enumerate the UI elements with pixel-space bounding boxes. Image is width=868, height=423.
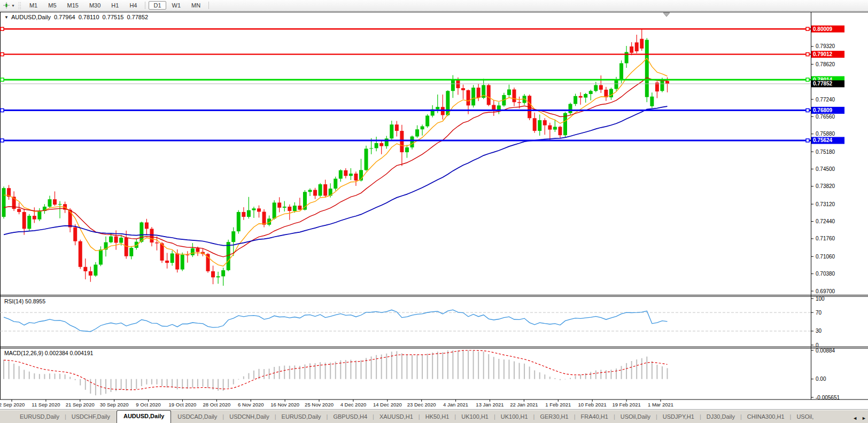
pane-borders bbox=[0, 12, 868, 400]
tab-dj30-daily-15[interactable]: DJ30,Daily bbox=[702, 411, 740, 423]
tab-usdcnh-daily-4[interactable]: USDCNH,Daily bbox=[224, 411, 274, 423]
date-axis[interactable]: 2 Sep 202011 Sep 202021 Sep 202030 Sep 2… bbox=[0, 400, 673, 408]
chart-cursor-icon bbox=[3, 2, 10, 9]
svg-text:14 Dec 2020: 14 Dec 2020 bbox=[373, 402, 402, 408]
tab-fra40-h1-12[interactable]: FRA40,H1 bbox=[576, 411, 613, 423]
ma-line-fast bbox=[4, 58, 668, 266]
svg-text:11 Sep 2020: 11 Sep 2020 bbox=[32, 402, 60, 408]
timeframe-button-H1[interactable]: H1 bbox=[106, 1, 123, 10]
svg-text:16 Nov 2020: 16 Nov 2020 bbox=[270, 402, 299, 408]
svg-text:0.70380: 0.70380 bbox=[816, 271, 835, 277]
svg-text:0.77240: 0.77240 bbox=[816, 97, 835, 103]
timeframe-button-W1[interactable]: W1 bbox=[167, 1, 186, 10]
ohlc-low: 0.77515 bbox=[103, 14, 124, 20]
svg-text:0.71760: 0.71760 bbox=[816, 236, 835, 241]
tab-uk100-h1-9[interactable]: UK100,H1 bbox=[456, 411, 493, 423]
candlestick-layer bbox=[2, 29, 670, 286]
chart-cursor-tool[interactable]: ▼ bbox=[0, 2, 17, 9]
tab-eurusd-daily-5[interactable]: EURUSD,Daily bbox=[277, 411, 326, 423]
macd-indicator-label: MACD(12,26,9) 0.002384 0.004191 bbox=[4, 350, 93, 356]
timeframe-button-MN[interactable]: MN bbox=[187, 1, 205, 10]
tab-hk50-h1-8[interactable]: HK50,H1 bbox=[421, 411, 454, 423]
svg-text:0.79012: 0.79012 bbox=[813, 51, 833, 57]
svg-text:0.75880: 0.75880 bbox=[816, 131, 835, 137]
svg-text:25 Nov 2020: 25 Nov 2020 bbox=[305, 402, 334, 408]
svg-text:100: 100 bbox=[816, 296, 825, 302]
svg-text:0.78620: 0.78620 bbox=[816, 61, 835, 67]
ohlc-open: 0.77964 bbox=[54, 14, 75, 20]
symbol-tabbar: EURUSD,Daily|USDCHF,DailyAUDUSD,DailyUSD… bbox=[0, 409, 868, 423]
svg-text:4 Dec 2020: 4 Dec 2020 bbox=[340, 402, 367, 408]
tab-xauusd-h1-7[interactable]: XAUUSD,H1 bbox=[375, 411, 418, 423]
tab-usdjpy-h1-14[interactable]: USDJPY,H1 bbox=[658, 411, 699, 423]
svg-text:4 Jan 2021: 4 Jan 2021 bbox=[443, 402, 468, 408]
shift-end-marker[interactable] bbox=[663, 13, 670, 17]
ohlc-close: 0.77852 bbox=[127, 14, 148, 20]
svg-text:19 Oct 2020: 19 Oct 2020 bbox=[169, 402, 197, 408]
svg-text:9 Oct 2020: 9 Oct 2020 bbox=[136, 402, 160, 408]
svg-text:0.77852: 0.77852 bbox=[813, 81, 833, 87]
tab-audusd-daily-2[interactable]: AUDUSD,Daily bbox=[117, 410, 171, 423]
svg-text:0.71060: 0.71060 bbox=[816, 254, 835, 260]
svg-text:6 Nov 2020: 6 Nov 2020 bbox=[238, 402, 264, 408]
svg-text:0.73820: 0.73820 bbox=[816, 183, 835, 189]
timeframe-button-H4[interactable]: H4 bbox=[125, 1, 142, 10]
chart-header[interactable]: ▼ AUDUSD,Daily 0.77964 0.78110 0.77515 0… bbox=[4, 14, 148, 20]
svg-text:0.73120: 0.73120 bbox=[816, 201, 835, 207]
svg-text:30: 30 bbox=[816, 328, 822, 334]
svg-text:21 Sep 2020: 21 Sep 2020 bbox=[66, 402, 95, 408]
svg-text:0.79320: 0.79320 bbox=[816, 43, 835, 49]
rsi-line bbox=[4, 310, 668, 332]
ohlc-high: 0.78110 bbox=[79, 14, 99, 20]
timeframe-buttons: M1M5M15M30H1H4D1W1MN bbox=[24, 1, 212, 10]
timeframe-button-M30[interactable]: M30 bbox=[84, 1, 105, 10]
timeframe-button-M15[interactable]: M15 bbox=[63, 1, 83, 10]
tab-gbpusd-h4-6[interactable]: GBPUSD,H4 bbox=[328, 411, 372, 423]
timeframe-button-M1[interactable]: M1 bbox=[25, 1, 42, 10]
svg-text:0.69700: 0.69700 bbox=[816, 288, 835, 294]
timeframe-button-M5[interactable]: M5 bbox=[43, 1, 61, 10]
tabs-scroll-right-button[interactable]: ► bbox=[862, 416, 866, 421]
svg-text:23 Dec 2020: 23 Dec 2020 bbox=[407, 402, 436, 408]
top-toolbar: ▼ M1M5M15M30H1H4D1W1MN bbox=[0, 0, 868, 11]
svg-text:13 Jan 2021: 13 Jan 2021 bbox=[476, 402, 503, 408]
svg-text:-0.005651: -0.005651 bbox=[816, 395, 840, 401]
tab-usoil-daily-13[interactable]: USOil,Daily bbox=[616, 411, 655, 423]
macd-pane: 0.008840.00-0.005651 bbox=[4, 348, 840, 401]
toolbar-separator bbox=[208, 2, 209, 9]
svg-text:0.00884: 0.00884 bbox=[816, 348, 835, 354]
tab-uk100-h1-10[interactable]: UK100,H1 bbox=[496, 411, 533, 423]
chevron-down-icon: ▼ bbox=[11, 4, 15, 7]
svg-text:0.72440: 0.72440 bbox=[816, 218, 835, 224]
main-chart-svg[interactable]: 0.800090.790120.780140.768090.756240.778… bbox=[0, 0, 868, 423]
collapse-icon[interactable]: ▼ bbox=[4, 15, 9, 20]
svg-text:0.76560: 0.76560 bbox=[816, 114, 835, 120]
tabs-scroll-left-button[interactable]: ◄ bbox=[852, 416, 857, 421]
toolbar-separator bbox=[145, 2, 145, 9]
svg-text:10 Feb 2021: 10 Feb 2021 bbox=[578, 402, 607, 408]
symbol-title: AUDUSD,Daily bbox=[11, 14, 51, 20]
rsi-indicator-label: RSI(14) 50.8955 bbox=[4, 298, 45, 304]
tab-usdcad-daily-3[interactable]: USDCAD,Daily bbox=[173, 411, 222, 423]
symbol-tabs: EURUSD,Daily|USDCHF,DailyAUDUSD,DailyUSD… bbox=[0, 410, 843, 423]
moving-average-lines bbox=[4, 58, 668, 266]
tab-usoil--17[interactable]: USOil, bbox=[792, 411, 818, 423]
svg-text:1 Mar 2021: 1 Mar 2021 bbox=[648, 402, 673, 408]
svg-text:0.75180: 0.75180 bbox=[816, 149, 835, 155]
ma-line-medium bbox=[4, 77, 668, 256]
svg-text:19 Feb 2021: 19 Feb 2021 bbox=[612, 402, 640, 408]
ma-line-slow bbox=[4, 106, 668, 246]
tab-ger30-h1-11[interactable]: GER30,H1 bbox=[535, 411, 573, 423]
svg-text:0.80009: 0.80009 bbox=[813, 26, 833, 32]
toolbar-grip[interactable] bbox=[18, 2, 21, 9]
tab-usdchf-daily-1[interactable]: USDCHF,Daily bbox=[67, 411, 115, 423]
svg-text:0.75624: 0.75624 bbox=[813, 137, 833, 143]
svg-text:70: 70 bbox=[816, 310, 822, 316]
svg-text:2 Sep 2020: 2 Sep 2020 bbox=[0, 402, 25, 408]
svg-text:0.76809: 0.76809 bbox=[813, 107, 833, 113]
timeframe-button-D1[interactable]: D1 bbox=[149, 1, 166, 10]
svg-text:30 Sep 2020: 30 Sep 2020 bbox=[100, 402, 129, 408]
tab-china300-h1-16[interactable]: CHINA300,H1 bbox=[742, 411, 789, 423]
svg-text:28 Oct 2020: 28 Oct 2020 bbox=[203, 402, 230, 408]
tab-eurusd-daily-0[interactable]: EURUSD,Daily bbox=[15, 411, 64, 423]
